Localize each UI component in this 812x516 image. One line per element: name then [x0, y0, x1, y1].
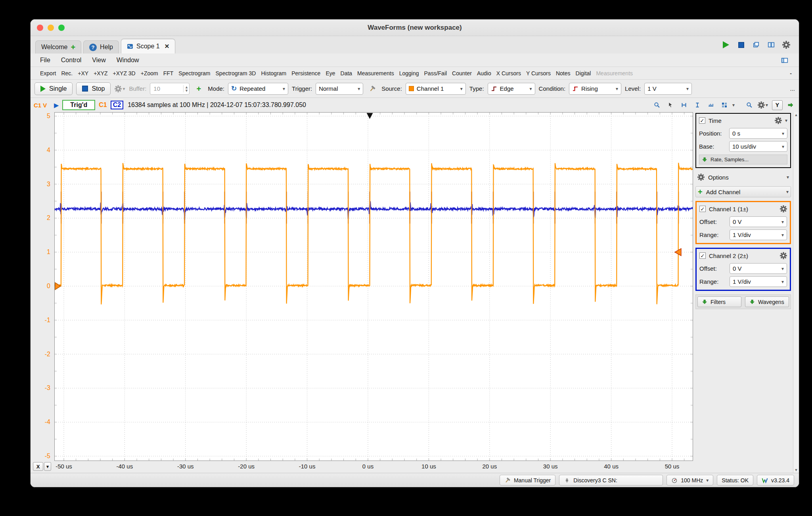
close-tab-icon[interactable]: ✕: [165, 43, 170, 50]
trigger-type-select[interactable]: Edge ▾: [488, 83, 535, 95]
channel1-offset-marker[interactable]: [55, 283, 61, 290]
trigger-position-marker[interactable]: [367, 113, 373, 119]
mode-select[interactable]: ↻ Repeated ▾: [228, 83, 288, 95]
time-checkbox[interactable]: ✓: [699, 117, 705, 124]
view-item-spectrogram-3d[interactable]: Spectrogram 3D: [216, 70, 256, 76]
view-item-zoom[interactable]: +Zoom: [141, 70, 158, 76]
view-item-measurements[interactable]: Measurements: [357, 70, 394, 76]
view-item-notes[interactable]: Notes: [556, 70, 571, 76]
buffer-spinner[interactable]: 10 ▴ ▾: [150, 83, 190, 95]
vertical-cursor-button[interactable]: [692, 99, 703, 111]
chevron-down-icon[interactable]: ▾: [732, 102, 735, 108]
channel1-offset-select[interactable]: 0 V ▾: [730, 216, 787, 227]
gear-icon[interactable]: [780, 252, 787, 259]
add-instrument-icon[interactable]: +: [71, 43, 75, 51]
view-item-xyz-3d[interactable]: +XYZ 3D: [113, 70, 136, 76]
view-item-rec[interactable]: Rec.: [61, 70, 73, 76]
oscilloscope-plot[interactable]: [54, 112, 693, 461]
menu-window[interactable]: Window: [117, 57, 139, 64]
x-axis-dropdown[interactable]: ▾: [44, 462, 51, 471]
view-item-histogram[interactable]: Histogram: [261, 70, 286, 76]
quad-view-button[interactable]: [719, 99, 730, 111]
channel2-range-select[interactable]: 1 V/div ▾: [730, 276, 787, 287]
view-item-data[interactable]: Data: [341, 70, 352, 76]
view-item-xy[interactable]: +XY: [78, 70, 88, 76]
trigger-level-select[interactable]: 1 V ▾: [644, 83, 692, 95]
vertical-axis-channel-label[interactable]: C1 V: [34, 102, 50, 109]
channel1-range-select[interactable]: 1 V/div ▾: [730, 229, 787, 240]
view-item-xyz[interactable]: +XYZ: [94, 70, 107, 76]
device-select[interactable]: Discovery3 C SN:: [559, 475, 663, 485]
view-item-export[interactable]: Export: [40, 70, 56, 76]
time-position-select[interactable]: 0 s ▾: [729, 128, 787, 139]
dock-layout-button[interactable]: [779, 55, 790, 66]
spinner-buttons[interactable]: ▴ ▾: [183, 85, 188, 92]
stop-button[interactable]: Stop: [76, 82, 111, 95]
view-item-spectrogram[interactable]: Spectrogram: [178, 70, 210, 76]
view-item-digital[interactable]: Digital: [576, 70, 591, 76]
panel-scrollbar[interactable]: ▲ ▼: [793, 112, 799, 473]
zoom-button[interactable]: [58, 25, 65, 31]
single-button[interactable]: Single: [34, 82, 73, 95]
pointer-tool-button[interactable]: [665, 99, 676, 111]
chevron-down-icon[interactable]: ▾: [785, 118, 787, 123]
zoom-button[interactable]: [744, 99, 755, 111]
channel1-checkbox[interactable]: ✓: [699, 206, 706, 212]
measure-button[interactable]: [705, 99, 716, 111]
run-all-button[interactable]: [720, 39, 732, 50]
view-item-y-cursors[interactable]: Y Cursors: [526, 70, 551, 76]
toolbar-overflow-button[interactable]: -: [790, 70, 792, 76]
workspace-settings-button[interactable]: [781, 39, 792, 50]
more-options-label[interactable]: ...: [790, 85, 795, 92]
close-button[interactable]: [37, 25, 43, 31]
view-item-fft[interactable]: FFT: [163, 70, 174, 76]
trigger-condition-select[interactable]: Rising ▾: [569, 83, 621, 95]
minimize-button[interactable]: [48, 25, 54, 31]
y-axis-button[interactable]: Y: [772, 100, 783, 110]
titlebar[interactable]: WaveForms (new workspace): [31, 19, 799, 36]
panel-toggle-arrow-icon[interactable]: [786, 102, 795, 108]
rate-samples-expander[interactable]: Rate, Samples...: [699, 155, 787, 164]
hotkeys-button[interactable]: [678, 99, 689, 111]
cascade-windows-button[interactable]: [751, 39, 762, 50]
view-item-eye[interactable]: Eye: [326, 70, 335, 76]
channel1-legend[interactable]: C1: [99, 101, 107, 109]
zoom-fit-button[interactable]: [651, 99, 663, 111]
manual-trigger-button[interactable]: Manual Trigger: [500, 475, 555, 485]
scroll-down-icon[interactable]: ▼: [795, 468, 798, 472]
y-axis-gutter[interactable]: 543210-1-2-3-4-5: [31, 112, 54, 461]
trigger-mode-select[interactable]: Normal ▾: [316, 83, 363, 95]
tab-help[interactable]: ? Help: [83, 40, 119, 54]
view-item-logging[interactable]: Logging: [399, 70, 419, 76]
view-item-pass-fail[interactable]: Pass/Fail: [424, 70, 447, 76]
channel2-offset-select[interactable]: 0 V ▾: [730, 263, 787, 274]
view-item-x-cursors[interactable]: X Cursors: [496, 70, 521, 76]
menu-control[interactable]: Control: [61, 57, 82, 64]
add-channel-button[interactable]: + Add Channel ▾: [695, 186, 791, 197]
channel2-legend[interactable]: C2: [111, 101, 123, 109]
tab-welcome[interactable]: Welcome +: [35, 40, 81, 54]
gear-icon[interactable]: [775, 117, 782, 124]
menu-file[interactable]: File: [40, 57, 50, 64]
view-item-audio[interactable]: Audio: [477, 70, 491, 76]
scroll-up-icon[interactable]: ▲: [795, 113, 798, 117]
gear-icon[interactable]: [780, 205, 787, 212]
tab-scope1[interactable]: Scope 1 ✕: [121, 39, 175, 54]
x-axis-button[interactable]: X: [33, 462, 43, 471]
device-status-button[interactable]: Status: OK: [717, 475, 753, 485]
clock-frequency-select[interactable]: 100 MHz ▾: [666, 475, 713, 485]
time-base-select[interactable]: 10 us/div ▾: [729, 141, 787, 152]
plot-settings-button[interactable]: ▾: [757, 99, 768, 111]
wavegens-button[interactable]: Wavegens: [745, 296, 789, 307]
add-acquisition-button[interactable]: +: [193, 83, 204, 94]
trigger-source-select[interactable]: Channel 1 ▾: [406, 83, 466, 95]
version-button[interactable]: v3.23.4: [757, 475, 794, 485]
manual-trigger-mini-button[interactable]: [367, 83, 378, 94]
view-item-counter[interactable]: Counter: [452, 70, 472, 76]
view-item-persistence[interactable]: Persistence: [291, 70, 320, 76]
filters-button[interactable]: Filters: [697, 296, 741, 307]
spin-down-icon[interactable]: ▾: [186, 89, 188, 92]
buffer-settings-button[interactable]: ▾: [114, 83, 125, 94]
channel2-checkbox[interactable]: ✓: [699, 252, 706, 259]
menu-view[interactable]: View: [92, 57, 105, 64]
